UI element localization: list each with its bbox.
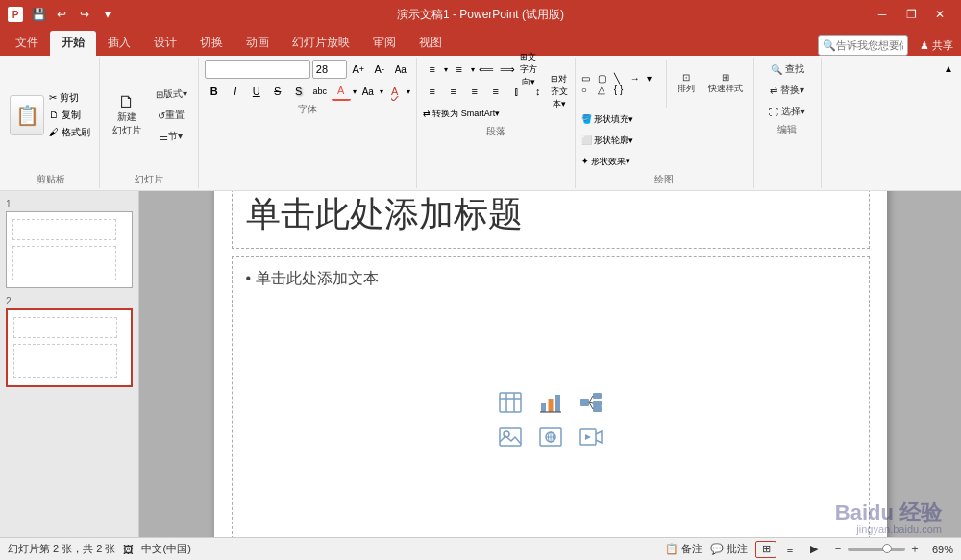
shape-fill-button[interactable]: 🪣 形状填充▾: [581, 110, 634, 129]
tab-view[interactable]: 视图: [407, 31, 454, 56]
line-spacing-button[interactable]: ↕: [529, 82, 548, 101]
search-input[interactable]: [836, 39, 903, 51]
strikethrough-button[interactable]: S: [268, 82, 287, 101]
tab-animations[interactable]: 动画: [234, 31, 281, 56]
font-decrease-button[interactable]: A-: [370, 60, 389, 79]
rounded-rect-shape[interactable]: ▢: [598, 73, 613, 84]
new-slide-button[interactable]: 🗋 新建 幻灯片: [106, 90, 148, 140]
new-slide-label: 新建: [117, 110, 136, 124]
slide-1-thumbnail[interactable]: [6, 211, 133, 288]
font-spacing-button[interactable]: abc: [310, 82, 330, 101]
slide-title-box[interactable]: 单击此处添加标题: [232, 191, 870, 249]
font-size-input[interactable]: [312, 60, 347, 79]
status-bar: 幻灯片第 2 张，共 2 张 🖼 中文(中国) 📋 备注 💬 批注 ⊞ ≡ ▶ …: [0, 537, 961, 560]
find-button[interactable]: 🔍 查找: [764, 60, 810, 79]
char-case-button[interactable]: Aa: [358, 82, 378, 101]
italic-button[interactable]: I: [226, 82, 245, 101]
shape-outline-button[interactable]: ⬜ 形状轮廓▾: [581, 131, 634, 150]
convert-smartart-button[interactable]: ⇄ 转换为 SmartArt▾: [423, 104, 501, 123]
normal-view-button[interactable]: ⊞: [755, 541, 776, 558]
svg-rect-15: [500, 428, 521, 446]
comments-label[interactable]: 批注: [727, 542, 748, 556]
customize-qa[interactable]: ▾: [98, 5, 117, 24]
justify-button[interactable]: ≡: [486, 82, 505, 101]
underline-button[interactable]: U: [247, 82, 266, 101]
insert-online-picture-icon[interactable]: [539, 426, 562, 453]
insert-picture-icon[interactable]: [499, 426, 522, 453]
text-direction-button[interactable]: ⊞文字方向▾: [519, 60, 538, 79]
slide-2-thumbnail[interactable]: [6, 308, 133, 387]
ribbon-toolbar: 📋 ✂ 剪切 🗋 复制 🖌 格式刷 剪贴板 🗋 新建 幻灯片 ⊞ 版式▾: [0, 56, 961, 191]
font-increase-button[interactable]: A+: [349, 60, 368, 79]
indent-less-button[interactable]: ⟸: [477, 60, 496, 79]
indent-more-button[interactable]: ⟹: [498, 60, 517, 79]
section-button[interactable]: ☰ 节▾: [151, 127, 192, 146]
undo-button[interactable]: ↩: [52, 5, 71, 24]
numbered-list-button[interactable]: ≡: [450, 60, 469, 79]
arrange-button[interactable]: ⊡ 排列: [671, 69, 702, 98]
rect-shape[interactable]: ▭: [581, 73, 597, 84]
cut-button[interactable]: ✂ 剪切: [46, 90, 93, 106]
drawing-controls: ▭ ▢ ╲ → ▾ ○ △ { } ⊡ 排列 ⊞ 快速样式: [581, 60, 748, 171]
font-color-button[interactable]: A: [332, 82, 351, 101]
align-text-button[interactable]: ⊟对齐文本▾: [550, 82, 569, 101]
layout-button[interactable]: ⊞ 版式▾: [151, 85, 192, 104]
shape-outline-row: ⬜ 形状轮廓▾: [581, 131, 748, 150]
line-shape[interactable]: ╲: [614, 73, 629, 84]
insert-table-icon[interactable]: [499, 392, 522, 419]
bold-button[interactable]: B: [205, 82, 224, 101]
paste-button[interactable]: 📋: [10, 95, 44, 135]
bullet-list-button[interactable]: ≡: [423, 60, 442, 79]
align-left-button[interactable]: ≡: [423, 82, 442, 101]
font-name-input[interactable]: [205, 60, 310, 79]
insert-smartart-icon[interactable]: [579, 392, 603, 419]
triangle-shape[interactable]: △: [598, 85, 613, 95]
save-button[interactable]: 💾: [29, 5, 48, 24]
ribbon-search[interactable]: 🔍: [818, 35, 908, 56]
font-color2-button[interactable]: A: [385, 82, 405, 101]
zoom-in-button[interactable]: ＋: [909, 541, 921, 557]
replace-button[interactable]: ⇄ 替换▾: [764, 81, 810, 100]
select-button[interactable]: ⛶ 选择▾: [764, 102, 810, 121]
layout-icon: ⊞: [156, 89, 163, 100]
zoom-out-button[interactable]: －: [832, 541, 844, 557]
shape-effects-button[interactable]: ✦ 形状效果▾: [581, 152, 631, 171]
svg-rect-9: [593, 393, 602, 399]
align-center-button[interactable]: ≡: [444, 82, 463, 101]
tab-home[interactable]: 开始: [50, 31, 96, 56]
shadow-button[interactable]: S: [289, 82, 308, 101]
align-right-button[interactable]: ≡: [465, 82, 484, 101]
insert-video-icon[interactable]: [579, 426, 603, 453]
tab-slideshow[interactable]: 幻灯片放映: [281, 31, 361, 56]
slide-content-box[interactable]: • 单击此处添加文本: [232, 256, 870, 537]
collapse-ribbon-button[interactable]: ▲: [940, 58, 957, 79]
more-shapes[interactable]: ▾: [647, 73, 662, 84]
redo-button[interactable]: ↪: [75, 5, 94, 24]
tab-transitions[interactable]: 切换: [188, 31, 234, 56]
shapes-row: ▭ ▢ ╲ → ▾ ○ △ { } ⊡ 排列 ⊞ 快速样式: [581, 60, 748, 108]
clear-format-button[interactable]: Aa: [391, 60, 410, 79]
copy-button[interactable]: 🗋 复制: [46, 108, 93, 123]
outline-view-button[interactable]: ≡: [779, 541, 801, 558]
brace-shape[interactable]: { }: [614, 85, 629, 95]
share-button[interactable]: ♟ 共享: [920, 38, 953, 53]
tab-design[interactable]: 设计: [142, 31, 188, 56]
columns-button[interactable]: ⫿: [507, 82, 527, 101]
tab-review[interactable]: 审阅: [361, 31, 407, 56]
reset-button[interactable]: ↺ 重置: [151, 106, 192, 125]
circle-shape[interactable]: ○: [581, 85, 597, 95]
close-button[interactable]: ✕: [926, 5, 953, 24]
format-painter-button[interactable]: 🖌 格式刷: [46, 125, 93, 140]
zoom-slider-thumb: [882, 544, 892, 553]
zoom-level[interactable]: 69%: [924, 544, 953, 555]
tab-file[interactable]: 文件: [4, 31, 50, 56]
arrow-shape[interactable]: →: [630, 73, 646, 84]
insert-chart-icon[interactable]: [539, 392, 562, 419]
zoom-slider[interactable]: [848, 548, 905, 551]
quick-styles-button[interactable]: ⊞ 快速样式: [703, 69, 748, 98]
slideshow-button[interactable]: ▶: [803, 541, 825, 558]
notes-label[interactable]: 备注: [681, 542, 702, 556]
restore-button[interactable]: ❐: [898, 5, 924, 24]
minimize-button[interactable]: ─: [869, 5, 896, 24]
tab-insert[interactable]: 插入: [96, 31, 142, 56]
